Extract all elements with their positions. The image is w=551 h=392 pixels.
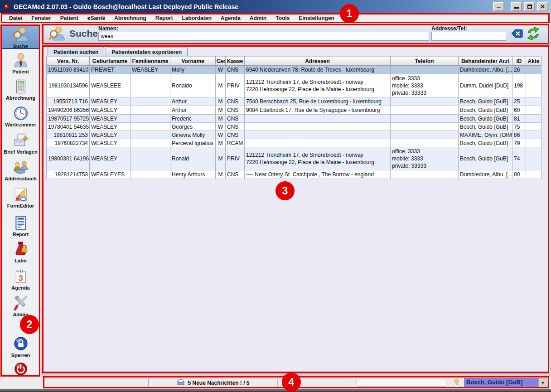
cell-vers: 19281214753 (47, 170, 90, 179)
address-search-input[interactable] (431, 32, 506, 41)
sidebar-item-label: FormEditor (0, 203, 41, 208)
table-row[interactable]: 19760822734WEASLEYPerceval IgnatiusMRCAM… (47, 139, 541, 147)
menu-item-einstellungen[interactable]: Einstellungen (294, 14, 339, 22)
table-body: 19511030 83410PREWETWEASLEYMollyWCNS6940… (47, 66, 541, 179)
table-row[interactable]: 19281214753WEASLEYESHenry ArthursMCNS---… (47, 170, 541, 179)
menu-item-admin[interactable]: Admin (245, 14, 271, 22)
minimize-icon (514, 5, 519, 9)
menu-item-esante[interactable]: eSanté (83, 14, 110, 22)
status-message-text: 5 Neue Nachrichten ! / 5 (188, 380, 249, 386)
sidebar-item-wartezimmer[interactable]: Wartezimmer (0, 105, 41, 127)
cell-geburtsname: WEASLEY (90, 131, 130, 139)
menu-item-labordaten[interactable]: Labordaten (177, 14, 216, 22)
column-header-ges[interactable]: Ges (216, 57, 226, 66)
cell-vers: 19800301 64196 (47, 147, 90, 170)
report-doc-icon (13, 215, 29, 231)
user-select-value: Bosch, Guido [GuB] (464, 378, 538, 387)
menu-item-patient[interactable]: Patient (56, 14, 83, 22)
status-quick-field[interactable] (357, 379, 446, 387)
column-header-telefon[interactable]: Telefon (391, 57, 459, 66)
cell-vers: 19550713 716 (47, 97, 90, 106)
doctor-icon (452, 378, 462, 388)
close-button[interactable]: ✕ (537, 2, 548, 11)
cell-akte (526, 74, 541, 97)
page-title: Suche (69, 28, 98, 39)
menu-item-tools[interactable]: Tools (271, 14, 294, 22)
maximize-button[interactable] (524, 2, 535, 11)
sidebar-item-admin[interactable]: Admin (0, 295, 41, 317)
cell-vorname: Arthur (170, 106, 216, 115)
column-header-adressen[interactable]: Adressen (245, 57, 391, 66)
table-row[interactable]: 1981030134596WEASLEEERonaldoMPRIV121212 … (47, 74, 541, 97)
cell-arzt: Dumbledore, Albu. [... (459, 66, 512, 74)
column-header-kasse[interactable]: Kasse (226, 57, 245, 66)
column-header-vers-nr[interactable]: Vers. Nr. (47, 57, 90, 66)
column-header-id[interactable]: ID (512, 57, 526, 66)
cell-adressen (245, 123, 391, 131)
sidebar-item-labo[interactable]: Labo (0, 241, 41, 263)
sidebar-item-addressbuch[interactable]: Addressbuch (0, 159, 41, 181)
refresh-icon[interactable] (526, 26, 541, 41)
sidebar-item-patient[interactable]: Patient (0, 52, 41, 74)
table-row[interactable]: 19550713 716WEASLEYArthurMCNS7540 Bersch… (47, 97, 541, 106)
sidebar-item-label: Suche (1, 44, 39, 49)
cell-geburtsname: WEASLEY (90, 97, 130, 106)
menu-item-agenda[interactable]: Agenda (216, 14, 245, 22)
sidebar-item-brief-vorlagen[interactable]: Brief Vorlagen (0, 132, 41, 155)
cell-akte (526, 139, 541, 147)
menu-item-fenster[interactable]: Fenster (27, 14, 55, 22)
cell-vorname: Perceval Ignatius (170, 139, 216, 147)
tab-patienten-suchen[interactable]: Patienten suchen (48, 47, 104, 56)
cell-telefon: office: 3333mobile: 3333private: 33333 (391, 147, 459, 170)
table-row[interactable]: 19511030 83410PREWETWEASLEYMollyWCNS6940… (47, 66, 541, 74)
table-row[interactable]: 19780401 54635WEASLEYGeorgesWCNSBosch, G… (47, 123, 541, 131)
patient-results-table: Vers. Nr.GeburtsnameFamiliennameVornameG… (46, 56, 541, 179)
cell-ges: W (216, 66, 226, 74)
column-header-akte[interactable]: Akte (526, 57, 541, 66)
app-icon (3, 3, 11, 11)
table-row[interactable]: 19870517 95725WEASLEYFredericMCNSBosch, … (47, 115, 541, 123)
lock-sphere-icon (13, 336, 29, 352)
status-messages[interactable]: 5 Neue Nachrichten ! / 5 (149, 378, 278, 387)
table-row[interactable]: 19810811 253WEASLEYGinevra MollyWCNSMAXI… (47, 131, 541, 139)
cell-ges: M (216, 170, 226, 179)
clear-search-icon[interactable] (511, 29, 523, 39)
tab-patientendaten-exportieren[interactable]: Patientendaten exportieren (106, 48, 188, 56)
sidebar-item-formeditor[interactable]: FormEditor (0, 186, 41, 208)
column-header-behandelnder-arzt[interactable]: Behandelnder Arzt (459, 57, 512, 66)
sidebar-item-agenda[interactable]: 3Agenda (0, 268, 41, 290)
column-header-geburtsname[interactable]: Geburtsname (90, 57, 130, 66)
menu-item-hilfe[interactable]: Hilfe (339, 14, 360, 22)
menu-item-datei[interactable]: Datei (5, 14, 27, 22)
content-area: Suche Namen: Addresse/Tel: (41, 23, 551, 377)
cell-telefon (391, 139, 459, 147)
table-row[interactable]: 19490206 86356WEASLEYArthurMCNS9084 Ette… (47, 106, 541, 115)
cell-adressen (245, 115, 391, 123)
sidebar-item-suche[interactable]: Suche (1, 24, 40, 49)
minimize-button[interactable] (511, 2, 522, 11)
sidebar-item-report[interactable]: Report (0, 215, 41, 237)
restore-button[interactable]: ↔ (493, 2, 504, 11)
menu-item-abrechnung[interactable]: Abrechnung (110, 14, 151, 22)
sidebar-item-logout[interactable] (0, 361, 41, 377)
chevron-down-icon[interactable]: ▼ (538, 378, 547, 387)
menu-item-report[interactable]: Report (151, 14, 178, 22)
cell-telefon (391, 170, 459, 179)
table-row[interactable]: 19800301 64196WEASLEYRonaldMPRIV121212 T… (47, 147, 541, 170)
tools-icon (13, 295, 29, 311)
column-header-familienname[interactable]: Familienname (130, 57, 170, 66)
column-header-vorname[interactable]: Vorname (170, 57, 216, 66)
name-search-input[interactable] (98, 32, 429, 41)
cell-id: 60 (512, 106, 526, 115)
user-select-dropdown[interactable]: Bosch, Guido [GuB] ▼ (464, 378, 547, 387)
cell-adressen: 6940 Niederanven 78, Route de Treves - l… (245, 66, 391, 74)
cell-akte (526, 123, 541, 131)
cell-familienname (130, 74, 170, 97)
sidebar-item-abrechnung[interactable]: Abrechnung (0, 78, 41, 101)
sidebar-item-sperren[interactable]: Sperren (0, 336, 41, 358)
cell-id: 80 (512, 170, 526, 179)
cell-akte (526, 115, 541, 123)
cell-vorname: Ronald (170, 147, 216, 170)
sidebar-item-label: Addressbuch (0, 176, 41, 181)
cell-familienname (130, 97, 170, 106)
